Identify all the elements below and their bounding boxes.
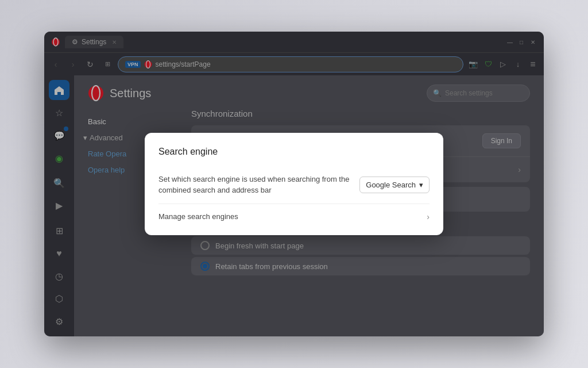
search-engine-modal: Search engine Set which search engine is… [145,133,443,235]
selected-engine-label: Google Search [366,181,416,189]
dropdown-arrow-icon: ▾ [419,181,423,189]
search-engine-select[interactable]: Google Search ▾ [359,177,430,193]
modal-title: Search engine [158,147,430,157]
manage-engines-row[interactable]: Manage search engines › [158,204,430,221]
modal-description: Set which search engine is used when sea… [158,174,353,195]
modal-overlay: Search engine Set which search engine is… [44,32,544,336]
manage-engines-label: Manage search engines [158,212,238,221]
manage-chevron-icon: › [427,212,430,221]
modal-engine-row: Set which search engine is used when sea… [158,166,430,204]
